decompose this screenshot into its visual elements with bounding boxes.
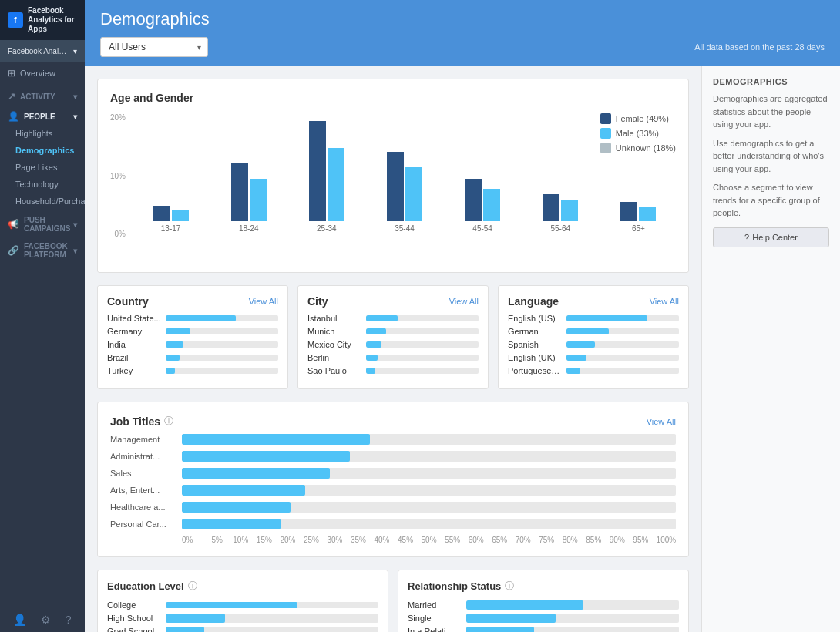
info-panel-p0: Demographics are aggregated statistics a…	[713, 92, 829, 131]
bar-male-18-24	[250, 179, 267, 221]
language-bar-container-0	[566, 315, 679, 321]
x-label-35: 35%	[347, 536, 371, 544]
job-titles-header: Job Titles ⓘ View All	[110, 415, 676, 428]
job-bar-container-1	[182, 451, 676, 462]
job-bar-2	[182, 468, 330, 479]
city-bar-container-1	[366, 328, 479, 334]
help-icon[interactable]: ?	[66, 614, 72, 626]
age-group-13-17: 13-17	[133, 206, 208, 233]
bar-female-45-54	[465, 179, 482, 221]
x-label-75: 75%	[535, 536, 559, 544]
rel-row-2: In a Relati...	[408, 627, 679, 632]
job-titles-title-group: Job Titles ⓘ	[110, 415, 173, 428]
rel-header: Relationship Status ⓘ	[408, 580, 679, 593]
sidebar-item-activity[interactable]: ↗ Activity ▾	[0, 85, 85, 105]
language-bar-container-1	[566, 328, 679, 334]
country-row-3: Brazil	[107, 353, 278, 362]
city-bar-0	[366, 315, 398, 321]
age-label-35-44: 35-44	[395, 224, 415, 233]
country-label-2: India	[107, 340, 161, 349]
legend-male: Male (33%)	[600, 128, 676, 139]
age-label-45-54: 45-54	[472, 224, 492, 233]
language-label-3: English (UK)	[508, 353, 562, 362]
job-bar-4	[182, 502, 291, 513]
country-view-all[interactable]: View All	[249, 297, 278, 306]
sidebar: f Facebook Analytics for Apps Facebook A…	[0, 0, 85, 632]
rel-label-0: Married	[408, 600, 462, 610]
legend-male-box	[600, 128, 611, 139]
language-view-all[interactable]: View All	[650, 297, 679, 306]
sidebar-item-highlights[interactable]: Highlights	[0, 125, 85, 142]
content-area: Age and Gender 20% 10% 0%	[85, 66, 840, 632]
x-label-45: 45%	[394, 536, 418, 544]
sidebar-item-push-campaigns[interactable]: 📢 Push Campaigns ▾	[0, 210, 85, 236]
job-row-0: Management	[110, 434, 676, 445]
job-bar-container-5	[182, 519, 676, 529]
sidebar-item-demographics[interactable]: Demographics	[0, 142, 85, 159]
city-bar-2	[366, 341, 381, 348]
country-bar-4	[166, 368, 175, 374]
country-bar-container-1	[166, 328, 278, 334]
country-bar-container-3	[166, 355, 278, 361]
app-name: Facebook Analytics for Apps	[28, 6, 77, 34]
bar-female-25-34	[309, 121, 326, 221]
sidebar-item-technology[interactable]: Technology	[0, 176, 85, 193]
bar-female-55-64	[543, 194, 559, 221]
edu-rows: College High School Grad School	[107, 600, 378, 632]
segment-dropdown[interactable]: All Users	[100, 37, 208, 57]
x-label-85: 85%	[582, 536, 606, 544]
page-title: Demographics	[100, 9, 825, 29]
job-titles-card: Job Titles ⓘ View All Management Adminis…	[97, 402, 689, 557]
push-chevron: ▾	[73, 220, 77, 229]
people-label: People	[24, 113, 55, 121]
edu-label-1: High School	[107, 614, 161, 623]
job-titles-info-icon: ⓘ	[164, 415, 173, 428]
push-label: Push Campaigns	[24, 216, 73, 233]
edu-bar-1	[166, 614, 225, 623]
age-gender-chart: 20% 10% 0% 13-17	[110, 113, 676, 260]
x-label-50: 50%	[417, 536, 441, 544]
content-main: Age and Gender 20% 10% 0%	[85, 66, 701, 632]
bar-female-35-44	[387, 152, 404, 221]
city-label-2: Mexico City	[307, 340, 361, 349]
city-label-4: São Paulo	[307, 366, 361, 375]
rel-bar-2	[466, 627, 534, 632]
job-row-2: Sales	[110, 468, 676, 479]
sidebar-item-current-app[interactable]: Facebook Analytics De... ▾	[0, 41, 85, 62]
city-row-1: Munich	[307, 327, 479, 336]
language-label-2: Spanish	[508, 340, 562, 349]
rel-row-0: Married	[408, 600, 679, 610]
job-bar-container-0	[182, 434, 676, 445]
help-center-button[interactable]: ? Help Center	[713, 227, 829, 247]
sidebar-item-household[interactable]: Household/Purchase	[0, 193, 85, 210]
x-label-30: 30%	[323, 536, 347, 544]
sidebar-item-page-likes[interactable]: Page Likes	[0, 159, 85, 176]
language-label-4: Portuguese l...	[508, 366, 562, 375]
job-row-5: Personal Car...	[110, 519, 676, 529]
city-view-all[interactable]: View All	[449, 297, 479, 306]
x-label-55: 55%	[441, 536, 465, 544]
sidebar-item-overview[interactable]: ⊞ Overview	[0, 62, 85, 85]
x-label-5: 5%	[206, 536, 230, 544]
settings-icon[interactable]: ⚙	[41, 614, 51, 626]
language-title: Language	[508, 295, 559, 308]
edu-row-0: College	[107, 600, 378, 610]
y-label-10: 10%	[110, 172, 126, 180]
country-row-0: United State...	[107, 314, 278, 323]
city-row-0: Istanbul	[307, 314, 479, 323]
country-bar-1	[166, 328, 190, 334]
sidebar-item-facebook-platform[interactable]: 🔗 Facebook Platform ▾	[0, 236, 85, 262]
help-center-label: Help Center	[752, 233, 798, 242]
city-bar-container-3	[366, 355, 479, 361]
education-card: Education Level ⓘ College High School	[97, 570, 388, 632]
x-label-10: 10%	[229, 536, 253, 544]
sidebar-item-people[interactable]: 👤 People ▾	[0, 105, 85, 125]
age-group-55-64: 55-64	[523, 194, 598, 233]
legend-female-box	[600, 113, 611, 124]
job-titles-view-all[interactable]: View All	[647, 417, 676, 426]
user-icon[interactable]: 👤	[13, 614, 26, 626]
job-label-5: Personal Car...	[110, 519, 176, 529]
edu-row-2: Grad School	[107, 627, 378, 632]
country-label-4: Turkey	[107, 366, 161, 375]
rel-row-1: Single	[408, 614, 679, 623]
